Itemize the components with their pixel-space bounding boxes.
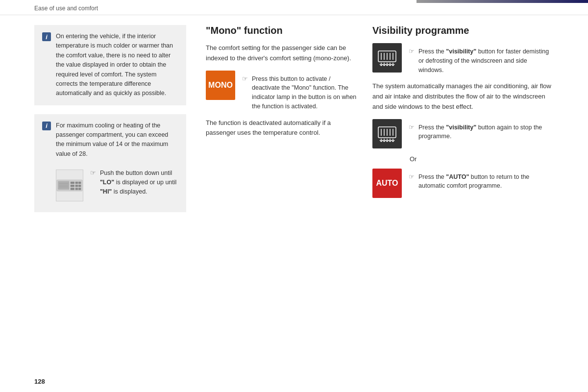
svg-rect-6 — [75, 185, 78, 187]
button-illustration — [56, 170, 83, 201]
visibility-arrow-1: ☞ — [409, 48, 415, 55]
mono-intro: The comfort setting for the passenger si… — [206, 43, 358, 64]
info-icon-2: i — [42, 122, 51, 130]
mono-arrow: ☞ — [242, 75, 248, 82]
visibility-title: Visibility programme — [372, 25, 554, 36]
visibility-icon-row-1: ☞ Press the "visibility" button for fast… — [372, 43, 554, 74]
top-bar-accent — [416, 0, 588, 3]
or-text: Or — [372, 155, 554, 163]
mono-title: "Mono" function — [206, 25, 358, 36]
svg-rect-8 — [71, 188, 74, 190]
right-column: Visibility programme — [368, 25, 554, 221]
middle-column: "Mono" function The comfort setting for … — [201, 25, 368, 221]
auto-icon-row: AUTO ☞ Press the "AUTO" button to return… — [372, 169, 554, 198]
visibility-instruction-2-wrap: ☞ Press the "visibility" button again to… — [409, 119, 554, 142]
visibility-instruction-1-text: Press the "visibility" button for faster… — [418, 47, 554, 74]
svg-rect-2 — [71, 182, 74, 184]
page-number: 128 — [34, 378, 45, 385]
left-column: i On entering the vehicle, if the interi… — [34, 25, 201, 221]
mono-instruction-row: ☞ Press this button to activate / deacti… — [242, 74, 358, 111]
visibility-instruction-1-wrap: ☞ Press the "visibility" button for fast… — [409, 43, 554, 74]
button-illustration-svg — [56, 172, 83, 199]
main-content: i On entering the vehicle, if the interi… — [0, 15, 588, 236]
visibility-arrow-2: ☞ — [409, 123, 415, 131]
mono-instruction-wrap: ☞ Press this button to activate / deacti… — [242, 71, 358, 111]
info-box-1: i On entering the vehicle, if the interi… — [34, 25, 186, 105]
svg-rect-9 — [75, 188, 78, 190]
instruction-text-push: Push the button down until "LO" is displ… — [100, 169, 178, 196]
breadcrumb: Ease of use and comfort — [34, 5, 554, 12]
mono-footer: The function is deactivated automaticall… — [206, 118, 358, 139]
svg-rect-1 — [58, 181, 69, 190]
visibility-icon-row-2: ☞ Press the "visibility" button again to… — [372, 119, 554, 148]
arrow-push: ☞ — [90, 169, 96, 176]
svg-rect-3 — [75, 182, 78, 184]
info-box-2-text: For maximum cooling or heating of the pa… — [56, 121, 178, 159]
auto-instruction-row: ☞ Press the "AUTO" button to return to t… — [409, 172, 554, 191]
svg-rect-10 — [78, 188, 81, 190]
visibility-icon-2 — [372, 119, 402, 148]
info-box-2: i For maximum cooling or heating of the … — [34, 114, 186, 213]
auto-arrow: ☞ — [409, 173, 415, 180]
mono-button: MONO — [206, 71, 235, 100]
visibility-instruction-row-2: ☞ Press the "visibility" button again to… — [409, 123, 554, 142]
auto-button: AUTO — [372, 169, 402, 198]
visibility-instruction-row-1: ☞ Press the "visibility" button for fast… — [409, 47, 554, 74]
mono-icon-row: MONO ☞ Press this button to activate / d… — [206, 71, 358, 111]
info-box-1-text: On entering the vehicle, if the interior… — [56, 32, 178, 98]
instruction-row-push: ☞ Push the button down until "LO" is dis… — [90, 169, 178, 196]
info-icon-1: i — [42, 32, 51, 41]
defrost-icon-1 — [376, 47, 398, 69]
svg-rect-4 — [78, 182, 81, 184]
defrost-icon-2 — [376, 123, 398, 145]
mono-instruction-text: Press this button to activate / deactiva… — [252, 74, 358, 111]
auto-instruction-text: Press the "AUTO" button to return to the… — [418, 172, 554, 191]
svg-rect-5 — [71, 185, 74, 187]
auto-instruction-wrap: ☞ Press the "AUTO" button to return to t… — [409, 169, 554, 191]
top-bar: Ease of use and comfort — [0, 0, 588, 15]
instruction-push: ☞ Push the button down until "LO" is dis… — [90, 165, 178, 196]
visibility-instruction-2-text: Press the "visibility" button again to s… — [418, 123, 554, 142]
visibility-body-text: The system automatically manages the air… — [372, 81, 554, 112]
svg-rect-7 — [78, 185, 81, 187]
page: Ease of use and comfort i On entering th… — [0, 0, 588, 392]
visibility-icon-1 — [372, 43, 402, 73]
